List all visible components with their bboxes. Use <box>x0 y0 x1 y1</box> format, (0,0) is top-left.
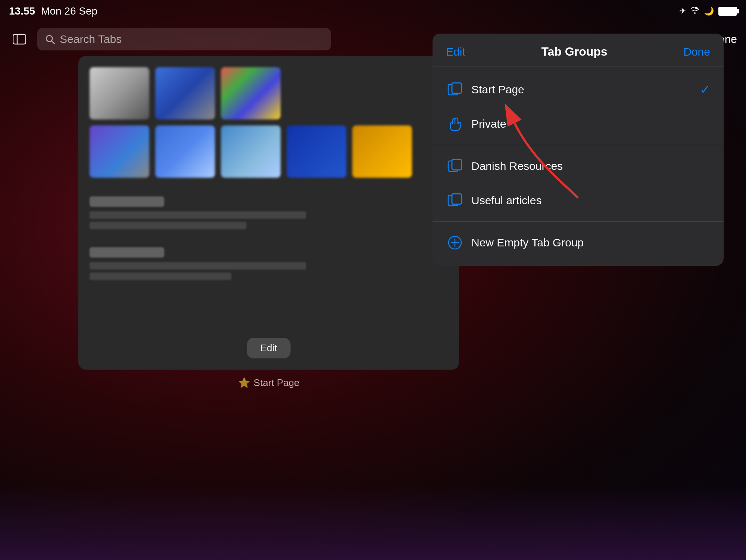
panel-done-button[interactable]: Done <box>683 46 710 58</box>
tab-grid <box>78 56 459 189</box>
panel-title: Tab Groups <box>541 45 607 59</box>
status-date: Mon 26 Sep <box>41 5 97 17</box>
private-icon <box>446 115 464 133</box>
tab-view-container: Edit <box>78 56 459 370</box>
status-time: 13.55 <box>9 5 35 17</box>
plus-icon <box>446 234 464 252</box>
tab-group-item-start-page[interactable]: Start Page ✓ <box>433 72 724 107</box>
wifi-icon <box>690 6 699 16</box>
useful-articles-icon <box>446 192 464 209</box>
bottom-accent <box>0 485 746 560</box>
blurred-line-3 <box>90 262 306 270</box>
tab-row-1 <box>90 67 448 119</box>
start-page-footer-text: Start Page <box>254 377 300 389</box>
panel-header: Edit Tab Groups Done <box>433 34 724 66</box>
panel-section-2: Danish Resources Useful articles <box>433 147 724 220</box>
tab-thumbnail-3[interactable] <box>221 67 281 119</box>
battery-icon <box>718 7 737 16</box>
svg-rect-5 <box>452 83 462 93</box>
search-placeholder: Search Tabs <box>60 33 122 46</box>
tab-group-item-private[interactable]: Private <box>433 107 724 141</box>
svg-rect-8 <box>452 159 462 170</box>
status-bar: 13.55 Mon 26 Sep ✈ 🌙 <box>0 0 746 22</box>
blurred-line-1 <box>90 211 306 219</box>
panel-divider-1 <box>433 145 724 145</box>
tab-group-item-useful-articles[interactable]: Useful articles <box>433 183 724 218</box>
start-page-footer: ⭐ Start Page <box>78 377 459 389</box>
tab-view-edit-button[interactable]: Edit <box>247 338 291 358</box>
panel-items: Start Page ✓ Private <box>433 66 724 266</box>
blurred-title-1 <box>90 196 164 207</box>
tab-thumbnail-4[interactable] <box>90 125 149 178</box>
tab-thumbnail-5[interactable] <box>155 125 215 178</box>
checkmark-icon: ✓ <box>700 83 710 97</box>
useful-articles-label: Useful articles <box>471 194 710 207</box>
blurred-text-area-1 <box>78 189 459 240</box>
blurred-line-2 <box>90 222 246 229</box>
airplane-icon: ✈ <box>679 6 686 16</box>
svg-line-3 <box>52 41 54 44</box>
tab-thumbnail-7[interactable] <box>287 125 346 178</box>
new-tab-group-label: New Empty Tab Group <box>471 236 584 249</box>
danish-resources-label: Danish Resources <box>471 160 710 172</box>
tab-thumbnail-6[interactable] <box>221 125 281 178</box>
private-label: Private <box>471 118 710 130</box>
panel-edit-button[interactable]: Edit <box>446 46 465 58</box>
svg-rect-0 <box>13 34 26 44</box>
search-bar[interactable]: Search Tabs <box>37 28 331 50</box>
svg-rect-11 <box>452 194 462 204</box>
tab-thumbnail-2[interactable] <box>155 67 215 119</box>
search-icon <box>45 34 55 44</box>
blurred-line-4 <box>90 273 231 280</box>
tab-group-item-danish-resources[interactable]: Danish Resources <box>433 149 724 183</box>
tab-thumbnail-1[interactable] <box>90 67 149 119</box>
tab-row-2 <box>90 125 448 178</box>
blurred-title-2 <box>90 247 164 258</box>
blurred-text-area-2 <box>78 240 459 290</box>
panel-section-1: Start Page ✓ Private <box>433 70 724 143</box>
new-tab-group-button[interactable]: New Empty Tab Group <box>433 225 724 260</box>
star-icon: ⭐ <box>238 377 250 389</box>
danish-resources-icon <box>446 157 464 175</box>
tab-thumbnail-8[interactable] <box>352 125 412 178</box>
moon-icon: 🌙 <box>704 6 714 16</box>
panel-section-3: New Empty Tab Group <box>433 223 724 262</box>
status-icons: ✈ 🌙 <box>679 6 737 16</box>
start-page-icon <box>446 81 464 99</box>
start-page-label: Start Page <box>471 83 693 96</box>
sidebar-toggle-button[interactable] <box>9 29 30 50</box>
panel-divider-2 <box>433 221 724 222</box>
tab-groups-panel: Edit Tab Groups Done Start Page ✓ <box>433 34 724 266</box>
